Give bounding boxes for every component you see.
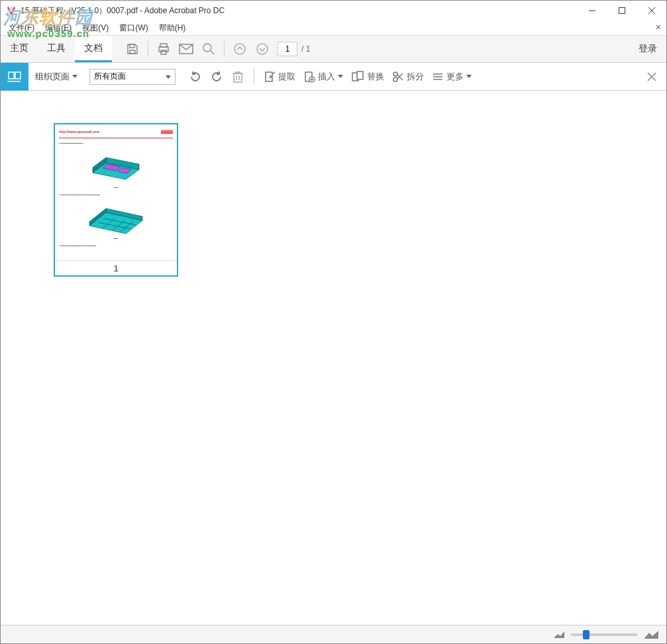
svg-marker-51 bbox=[554, 631, 564, 638]
svg-rect-18 bbox=[234, 73, 242, 82]
menu-edit[interactable]: 编辑(E) bbox=[41, 21, 76, 35]
window-title: 15.基础工程（V25.1.0）0007.pdf - Adobe Acrobat… bbox=[21, 5, 577, 17]
svg-point-29 bbox=[393, 72, 397, 76]
thumbnail-text-line: ▪ ▪▪▪▪▪▪▪▪▪▪▪▪▪▪▪▪▪▪▪▪▪▪▪▪ bbox=[59, 142, 83, 146]
insert-label: 插入 bbox=[318, 71, 335, 83]
svg-marker-52 bbox=[644, 631, 658, 639]
close-button[interactable] bbox=[637, 1, 666, 21]
svg-rect-8 bbox=[159, 47, 168, 52]
toolbar-separator bbox=[224, 41, 225, 57]
organize-side-toggle[interactable] bbox=[1, 63, 28, 91]
thumbnail-page-number: 1 bbox=[55, 261, 177, 275]
title-bar: 15.基础工程（V25.1.0）0007.pdf - Adobe Acrobat… bbox=[1, 1, 666, 21]
page-thumbnail[interactable]: http://www.opeoundl.com ▪ ▪▪▪▪▪▪▪▪▪▪▪▪▪▪… bbox=[54, 123, 178, 277]
delete-icon[interactable] bbox=[227, 66, 248, 87]
organize-pages-menu[interactable]: 组织页面 bbox=[28, 71, 84, 83]
page-total-label: / 1 bbox=[301, 44, 310, 54]
login-link[interactable]: 登录 bbox=[639, 43, 657, 55]
page-navigator: / 1 bbox=[278, 42, 310, 56]
replace-button[interactable]: 替换 bbox=[347, 66, 388, 87]
left-sidebar-strip bbox=[1, 91, 28, 625]
page-down-icon[interactable] bbox=[251, 38, 274, 60]
thumbnail-text-line: ▪ ▪▪▪▪▪▪▪▪▪▪▪▪▪▪▪▪▪▪▪▪▪▪▪▪▪▪▪▪▪▪▪▪▪▪▪▪▪▪… bbox=[59, 194, 100, 197]
menu-window[interactable]: 窗口(W) bbox=[115, 21, 152, 35]
toolbar-separator bbox=[148, 41, 148, 57]
menu-file[interactable]: 文件(F) bbox=[5, 21, 38, 35]
chevron-down-icon bbox=[338, 75, 343, 78]
toolbar-separator bbox=[254, 69, 254, 85]
thumbnail-caption-2: ▪▪▪▪▪ bbox=[113, 238, 118, 241]
organize-toolbar: 组织页面 所有页面 提取 插入 替换 拆分 更多 bbox=[1, 63, 666, 91]
split-label: 拆分 bbox=[407, 71, 424, 83]
thumbnail-figure-1 bbox=[79, 150, 152, 183]
thumbnail-preview: http://www.opeoundl.com ▪ ▪▪▪▪▪▪▪▪▪▪▪▪▪▪… bbox=[55, 124, 177, 261]
svg-point-11 bbox=[203, 44, 211, 52]
more-label: 更多 bbox=[446, 71, 464, 83]
zoom-in-icon[interactable] bbox=[644, 631, 658, 639]
tab-tools[interactable]: 工具 bbox=[38, 36, 75, 62]
svg-point-13 bbox=[234, 44, 245, 54]
thumbnail-caption-1: ▪▪▪▪▪ bbox=[113, 187, 118, 190]
chevron-down-icon bbox=[72, 75, 77, 78]
svg-rect-16 bbox=[15, 72, 21, 79]
insert-button[interactable]: 插入 bbox=[299, 66, 347, 87]
svg-point-14 bbox=[257, 44, 268, 54]
menubar-close-icon[interactable]: × bbox=[656, 22, 661, 32]
organize-close-icon[interactable] bbox=[646, 71, 657, 82]
email-icon[interactable] bbox=[175, 38, 197, 60]
print-icon[interactable] bbox=[152, 38, 175, 60]
svg-rect-15 bbox=[9, 72, 14, 79]
thumbnail-text-line: ▪ ▪▪▪▪▪▪▪▪▪▪▪▪▪▪▪▪▪▪▪▪▪▪▪▪▪▪▪▪▪▪▪▪▪▪▪▪▪▪ bbox=[59, 245, 96, 248]
page-up-icon[interactable] bbox=[229, 38, 251, 60]
svg-rect-5 bbox=[130, 44, 134, 48]
app-icon bbox=[6, 5, 17, 16]
page-filter-value: 所有页面 bbox=[94, 71, 126, 82]
extract-label: 提取 bbox=[278, 71, 295, 83]
window-controls bbox=[577, 1, 666, 21]
page-canvas[interactable]: http://www.opeoundl.com ▪ ▪▪▪▪▪▪▪▪▪▪▪▪▪▪… bbox=[28, 91, 666, 625]
zoom-out-icon[interactable] bbox=[554, 631, 564, 638]
svg-rect-28 bbox=[357, 71, 363, 79]
thumbnail-header-url: http://www.opeoundl.com bbox=[59, 130, 99, 134]
svg-point-30 bbox=[393, 77, 397, 81]
menu-help[interactable]: 帮助(H) bbox=[155, 21, 190, 35]
split-button[interactable]: 拆分 bbox=[388, 66, 428, 87]
svg-rect-6 bbox=[130, 50, 135, 54]
menu-bar: 文件(F) 编辑(E) 视图(V) 窗口(W) 帮助(H) × bbox=[1, 21, 666, 35]
minimize-button[interactable] bbox=[577, 1, 607, 21]
thumbnail-grid: http://www.opeoundl.com ▪ ▪▪▪▪▪▪▪▪▪▪▪▪▪▪… bbox=[28, 91, 666, 277]
view-tabs: 主页 工具 文档 bbox=[1, 36, 112, 62]
thumbnail-logo-swatch bbox=[161, 130, 173, 134]
replace-label: 替换 bbox=[367, 71, 384, 83]
chevron-down-icon bbox=[466, 75, 472, 78]
tab-home[interactable]: 主页 bbox=[1, 36, 38, 62]
rotate-left-icon[interactable] bbox=[185, 66, 206, 87]
organize-pages-label: 组织页面 bbox=[35, 71, 70, 83]
search-icon[interactable] bbox=[197, 38, 220, 60]
status-bar bbox=[1, 625, 666, 643]
main-toolbar: 主页 工具 文档 / 1 登录 bbox=[1, 35, 666, 63]
thumbnail-figure-2 bbox=[79, 201, 152, 234]
tab-document[interactable]: 文档 bbox=[75, 36, 112, 62]
svg-rect-2 bbox=[619, 8, 625, 14]
maximize-button[interactable] bbox=[607, 1, 637, 21]
save-icon[interactable] bbox=[121, 38, 144, 60]
svg-rect-9 bbox=[161, 50, 166, 54]
svg-line-12 bbox=[211, 51, 214, 54]
extract-button[interactable]: 提取 bbox=[260, 66, 299, 87]
zoom-slider-thumb[interactable] bbox=[583, 630, 590, 639]
page-number-input[interactable] bbox=[278, 42, 297, 56]
zoom-slider[interactable] bbox=[571, 633, 637, 636]
more-button[interactable]: 更多 bbox=[428, 66, 476, 87]
rotate-right-icon[interactable] bbox=[206, 66, 227, 87]
thumbnail-divider bbox=[59, 138, 173, 138]
thumbnail-header: http://www.opeoundl.com bbox=[59, 130, 173, 134]
menu-view[interactable]: 视图(V) bbox=[78, 21, 113, 35]
page-filter-dropdown[interactable]: 所有页面 bbox=[89, 69, 176, 85]
